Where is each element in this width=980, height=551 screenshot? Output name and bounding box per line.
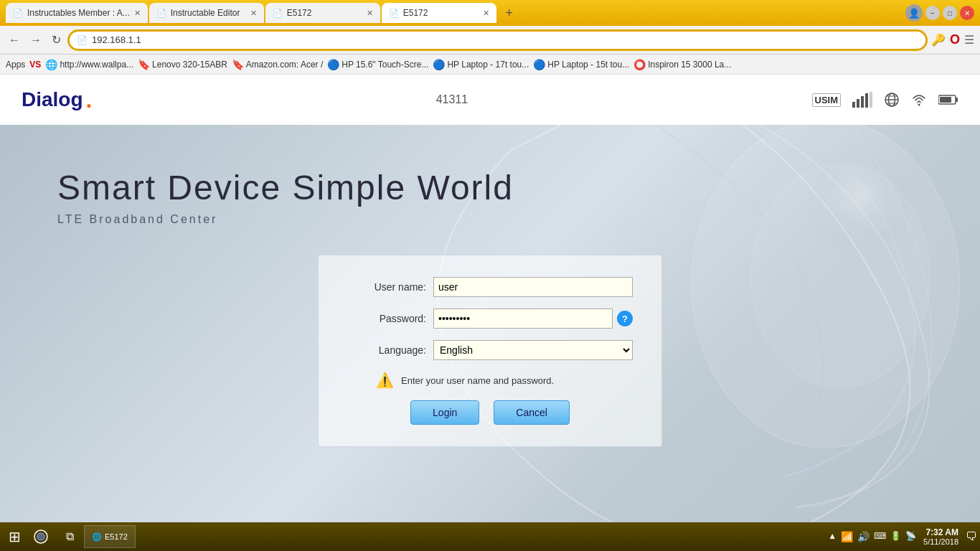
new-tab-button[interactable]: + bbox=[498, 3, 521, 23]
bookmark-vs-label: VS bbox=[29, 60, 41, 70]
bookmark-inspiron[interactable]: ⭕ Inspiron 15 3000 La... bbox=[633, 59, 731, 70]
tab-bar: 📄 Instructables Member : A... ✕ 📄 Instru… bbox=[6, 3, 903, 23]
bookmark-hp2-label: HP Laptop - 17t tou... bbox=[447, 60, 529, 70]
new-tab-icon: + bbox=[505, 6, 513, 21]
minimize-button[interactable]: − bbox=[925, 6, 940, 20]
tray-network-icon[interactable]: 📶 bbox=[841, 531, 853, 542]
bookmark-hp3-label: HP Laptop - 15t tou... bbox=[547, 60, 629, 70]
taskbar-quick-icons: ⧉ bbox=[28, 524, 83, 550]
bookmark-hp1-icon: 🔵 bbox=[327, 59, 339, 70]
tab-1[interactable]: 📄 Instructables Member : A... ✕ bbox=[6, 3, 148, 23]
tray-keyboard-icon[interactable]: ⌨ bbox=[874, 531, 886, 542]
start-button[interactable]: ⊞ bbox=[3, 525, 27, 548]
notification-icon[interactable]: 🗨 bbox=[966, 530, 977, 543]
bookmark-hp1[interactable]: 🔵 HP 15.6" Touch-Scre... bbox=[327, 59, 428, 70]
menu-icon[interactable]: ☰ bbox=[964, 33, 974, 47]
browser-frame: 📄 Instructables Member : A... ✕ 📄 Instru… bbox=[0, 0, 980, 551]
tab-2-label: Instructable Editor bbox=[171, 8, 240, 18]
bookmark-amazon-icon: 🔖 bbox=[232, 59, 244, 70]
cortana-icon[interactable] bbox=[28, 524, 54, 550]
bookmark-hp1-label: HP 15.6" Touch-Scre... bbox=[341, 60, 428, 70]
password-help-button[interactable]: ? bbox=[617, 311, 633, 326]
dialog-logo: Dialog. bbox=[22, 87, 92, 113]
bookmark-inspiron-label: Inspiron 15 3000 La... bbox=[648, 60, 731, 70]
bookmark-hp3[interactable]: 🔵 HP Laptop - 15t tou... bbox=[533, 59, 629, 70]
bookmark-inspiron-icon: ⭕ bbox=[633, 59, 646, 70]
svg-rect-15 bbox=[956, 98, 958, 102]
page-icon: 📄 bbox=[77, 35, 88, 45]
bookmark-hp2[interactable]: 🔵 HP Laptop - 17t tou... bbox=[433, 59, 529, 70]
opera-icon: O bbox=[950, 32, 960, 47]
bookmark-hp3-icon: 🔵 bbox=[533, 59, 545, 70]
password-input[interactable] bbox=[433, 309, 613, 329]
username-label: User name: bbox=[347, 281, 426, 293]
header-icons: USIM bbox=[812, 92, 959, 108]
back-button[interactable]: ← bbox=[6, 31, 23, 50]
logo-dialog-text: Dialog bbox=[22, 88, 83, 111]
login-form-container: User name: Password: ? Language: bbox=[0, 255, 980, 447]
username-input[interactable] bbox=[433, 277, 633, 297]
close-button[interactable]: ✕ bbox=[960, 6, 974, 20]
tray-arrow-icon[interactable]: ▲ bbox=[828, 531, 837, 542]
bookmark-lenovo[interactable]: 🔖 Lenovo 320-15ABR bbox=[138, 59, 227, 70]
tab-4-icon: 📄 bbox=[389, 9, 399, 18]
taskbar-right: ▲ 📶 🔊 ⌨ 🔋 📡 7:32 AM 5/11/2018 🗨 bbox=[828, 527, 977, 546]
bookmarks-bar: Apps VS 🌐 http://www.wallpa... 🔖 Lenovo … bbox=[0, 55, 980, 75]
tab-1-close[interactable]: ✕ bbox=[134, 9, 141, 18]
tray-wifi-signal-icon[interactable]: 📡 bbox=[905, 531, 916, 542]
tab-3-close[interactable]: ✕ bbox=[367, 9, 373, 18]
key-icon[interactable]: 🔑 bbox=[931, 33, 946, 47]
clock[interactable]: 7:32 AM 5/11/2018 bbox=[919, 527, 963, 546]
tab-3-label: E5172 bbox=[287, 8, 312, 18]
tab-4-label: E5172 bbox=[403, 8, 428, 18]
bookmark-vs[interactable]: VS bbox=[29, 60, 41, 70]
svg-rect-4 bbox=[857, 99, 859, 108]
bookmark-wallpaper[interactable]: 🌐 http://www.wallpa... bbox=[45, 59, 133, 70]
tab-3[interactable]: 📄 E5172 ✕ bbox=[265, 3, 380, 23]
usim-icon: USIM bbox=[812, 93, 842, 107]
svg-point-18 bbox=[37, 533, 44, 540]
password-input-wrap: ? bbox=[433, 309, 633, 329]
bookmark-amazon[interactable]: 🔖 Amazon.com: Acer / bbox=[232, 59, 323, 70]
tab-2[interactable]: 📄 Instructable Editor ✕ bbox=[149, 3, 264, 23]
bookmark-apps[interactable]: Apps bbox=[6, 60, 25, 70]
nav-right-icons: 🔑 O ☰ bbox=[931, 32, 974, 47]
svg-rect-5 bbox=[861, 96, 864, 108]
taskbar-app-chrome-label: E5172 bbox=[105, 532, 128, 541]
bookmark-wallpaper-label: http://www.wallpa... bbox=[60, 60, 133, 70]
tab-2-icon: 📄 bbox=[156, 9, 166, 18]
maximize-button[interactable]: □ bbox=[943, 6, 957, 20]
bookmark-hp2-icon: 🔵 bbox=[433, 59, 445, 70]
task-view-icon[interactable]: ⧉ bbox=[57, 524, 83, 550]
address-input[interactable] bbox=[92, 34, 918, 45]
signal-icon bbox=[852, 92, 872, 108]
warning-row: ⚠️ Enter your user name and password. bbox=[347, 372, 633, 389]
login-button[interactable]: Login bbox=[410, 400, 479, 425]
tab-4[interactable]: 📄 E5172 ✕ bbox=[382, 3, 496, 23]
router-page: Dialog. 41311 USIM bbox=[0, 75, 980, 522]
bookmark-apps-label: Apps bbox=[6, 60, 25, 70]
warning-icon: ⚠️ bbox=[376, 372, 394, 389]
taskbar-app-chrome[interactable]: 🌐 E5172 bbox=[84, 525, 136, 548]
language-select[interactable]: English Chinese bbox=[433, 340, 633, 360]
warning-text: Enter your user name and password. bbox=[401, 375, 554, 386]
taskbar-apps: 🌐 E5172 bbox=[84, 525, 826, 548]
title-bar: 📄 Instructables Member : A... ✕ 📄 Instru… bbox=[0, 0, 980, 26]
bookmark-lenovo-label: Lenovo 320-15ABR bbox=[152, 60, 227, 70]
profile-icon[interactable]: 👤 bbox=[905, 4, 923, 22]
tab-2-close[interactable]: ✕ bbox=[250, 9, 257, 18]
cancel-button[interactable]: Cancel bbox=[494, 400, 570, 425]
wifi-icon bbox=[911, 92, 927, 108]
reload-button[interactable]: ↻ bbox=[49, 30, 64, 50]
tray-speaker-icon[interactable]: 🔊 bbox=[857, 531, 870, 542]
window-controls: 👤 − □ ✕ bbox=[905, 4, 974, 22]
svg-point-13 bbox=[918, 104, 920, 106]
tab-4-close[interactable]: ✕ bbox=[483, 9, 489, 18]
forward-button[interactable]: → bbox=[27, 31, 44, 50]
logo-dot: . bbox=[86, 87, 93, 113]
bookmark-amazon-label: Amazon.com: Acer / bbox=[246, 60, 323, 70]
tray-battery-icon[interactable]: 🔋 bbox=[890, 531, 901, 542]
svg-rect-6 bbox=[865, 93, 868, 108]
language-select-wrap: English Chinese bbox=[433, 340, 633, 360]
header-number: 41311 bbox=[92, 93, 811, 106]
